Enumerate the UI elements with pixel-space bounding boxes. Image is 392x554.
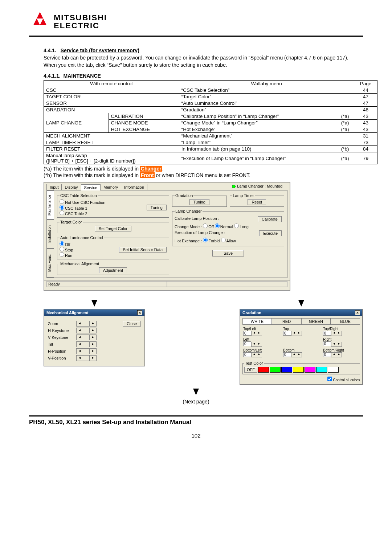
mech-row: V-Keystone◄ ►: [48, 335, 141, 340]
lamp-changer-group: Lamp Changer Calibrate Lamp Position : C…: [172, 209, 284, 246]
stepper[interactable]: ◄►: [291, 352, 302, 357]
set-initial-sensor-button[interactable]: Set Initial Sensor Data: [119, 247, 167, 253]
value-box[interactable]: 0: [243, 341, 251, 346]
lamp-changer-status: Lamp Changer : Mounted: [232, 184, 282, 188]
grad-cell: Right0◄►: [323, 337, 359, 346]
grad-tab-blue[interactable]: BLUE: [331, 318, 360, 325]
mech-dialog-title: Mechanical Alignment: [46, 311, 89, 315]
mech-row: H-Keystone◄ ►: [48, 328, 141, 333]
vtab-maintenance[interactable]: Maintenance: [47, 190, 54, 219]
auto-off-radio[interactable]: [60, 241, 64, 246]
tab-information[interactable]: Information: [121, 184, 147, 190]
color-swatch[interactable]: [258, 367, 269, 373]
vtab-installation[interactable]: Installation: [47, 219, 54, 249]
mech-alignment-group: Mechanical Alignment Adjustment: [57, 262, 169, 275]
value-box[interactable]: 0: [323, 352, 331, 357]
grad-tab-white[interactable]: WHITE: [242, 318, 272, 325]
color-swatch[interactable]: [316, 367, 327, 373]
arrow-down-icon: [91, 300, 97, 307]
paragraph-2: When you exit the tab, click “Save” butt…: [44, 62, 363, 68]
stepper[interactable]: ◄►: [251, 331, 262, 336]
csc-table1-radio[interactable]: [60, 205, 64, 210]
tab-service[interactable]: Service: [81, 184, 101, 190]
calibrate-button[interactable]: Calibrate: [258, 216, 282, 222]
wallaby-service-dialog: Lamp Changer : Mounted Input Display Ser…: [44, 182, 290, 291]
mech-adjustment-button[interactable]: Adjustment: [99, 267, 127, 273]
grad-cell: Bottom/Left0◄►: [243, 348, 279, 357]
maintenance-table: With remote control Wallaby menu Page CS…: [44, 80, 377, 164]
vtab-misc[interactable]: Misc Func.: [47, 249, 54, 278]
stepper[interactable]: ◄ ►: [76, 348, 97, 354]
csc-table2-radio[interactable]: [60, 210, 64, 215]
lamp-timer-reset-button[interactable]: Reset: [248, 199, 266, 205]
gradation-group: Gradation Tuning: [172, 193, 227, 207]
table-row: FILTER RESETIn Information tab (on page …: [44, 146, 377, 152]
table-row: LAMP TIMER RESET“Lamp Timer”73: [44, 139, 377, 146]
stepper[interactable]: ◄ ►: [76, 321, 97, 327]
value-box[interactable]: 0: [323, 331, 331, 336]
stepper[interactable]: ◄►: [251, 352, 262, 357]
grad-tab-green[interactable]: GREEN: [301, 318, 331, 325]
grad-cell: Top/Right0◄►: [323, 327, 359, 336]
value-box[interactable]: 0: [283, 352, 291, 357]
value-box[interactable]: 0: [243, 331, 251, 336]
footer-title: PH50, XL50, XL21 series Set-up and Insta…: [29, 415, 363, 426]
stepper[interactable]: ◄►: [291, 331, 302, 336]
set-target-color-button[interactable]: Set Target Color: [95, 226, 131, 231]
value-box[interactable]: 0: [323, 341, 331, 346]
csc-notuse-radio[interactable]: [60, 199, 64, 204]
testcolor-off-button[interactable]: OFF: [244, 367, 257, 373]
status-bar: Ready: [44, 280, 290, 288]
color-swatch[interactable]: [328, 367, 339, 373]
page-header: MITSUBISHI ELECTRIC: [29, 11, 363, 37]
stepper[interactable]: ◄ ►: [76, 341, 97, 347]
tab-memory[interactable]: Memory: [100, 184, 121, 190]
stepper[interactable]: ◄ ►: [76, 335, 97, 340]
stepper[interactable]: ◄ ►: [76, 355, 97, 361]
auto-stop-radio[interactable]: [60, 247, 64, 251]
close-icon[interactable]: ×: [137, 310, 142, 315]
stepper[interactable]: ◄►: [331, 331, 342, 336]
mech-close-button[interactable]: Close: [123, 321, 141, 327]
grad-cell: Top0◄►: [283, 327, 319, 336]
next-page-label: (Next page): [29, 399, 363, 405]
color-swatch[interactable]: [293, 367, 304, 373]
csc-group: CSC Table Selection Not Use CSC Function…: [57, 193, 169, 218]
tab-input[interactable]: Input: [46, 184, 62, 190]
mech-row: V-Position◄ ►: [48, 355, 141, 361]
execute-button[interactable]: Execute: [259, 230, 282, 236]
stepper[interactable]: ◄ ►: [76, 328, 97, 333]
hot-forbid-radio[interactable]: [203, 238, 208, 242]
gradation-dialog: Gradation× WHITE RED GREEN BLUE Top/Left…: [240, 309, 363, 385]
target-color-group: Target Color Set Target Color: [57, 220, 169, 233]
control-all-cubes-checkbox[interactable]: [327, 377, 332, 381]
table-row: SENSOR“Auto Luminance Control”47: [44, 100, 377, 107]
grad-dialog-title: Gradation: [242, 311, 261, 315]
auto-luminance-group: Auto Luminance Control Off Stop Run Set …: [57, 235, 169, 259]
tab-display[interactable]: Display: [61, 184, 81, 190]
color-swatch[interactable]: [281, 367, 292, 373]
auto-run-radio[interactable]: [60, 252, 64, 257]
value-box[interactable]: 0: [283, 331, 291, 336]
grad-cell: Bottom/Right0◄►: [323, 348, 359, 357]
cm-normal-radio[interactable]: [215, 223, 220, 228]
stepper[interactable]: ◄►: [251, 342, 262, 347]
brand-text: MITSUBISHI ELECTRIC: [54, 14, 107, 30]
stepper[interactable]: ◄►: [331, 352, 342, 357]
stepper[interactable]: ◄►: [331, 342, 342, 347]
table-row: Manual lamp swap ([INPUT B] + [ESC] + [2…: [44, 152, 377, 164]
close-icon[interactable]: ×: [355, 310, 360, 315]
color-swatch[interactable]: [270, 367, 281, 373]
cm-long-radio[interactable]: [234, 223, 239, 228]
front-highlight: Front: [140, 172, 155, 178]
changer-highlight: Changer: [140, 166, 162, 172]
hot-allow-radio[interactable]: [221, 238, 226, 242]
color-swatch[interactable]: [305, 367, 315, 373]
cm-off-radio[interactable]: [203, 223, 208, 228]
save-button[interactable]: Save: [212, 250, 244, 257]
value-box[interactable]: 0: [243, 352, 251, 357]
gradation-tuning-button[interactable]: Tuning: [189, 199, 209, 205]
grad-tab-red[interactable]: RED: [272, 318, 301, 325]
csc-tuning-button[interactable]: Tuning: [147, 205, 167, 210]
table-row: TAGET COLOR“Target Color”47: [44, 94, 377, 100]
